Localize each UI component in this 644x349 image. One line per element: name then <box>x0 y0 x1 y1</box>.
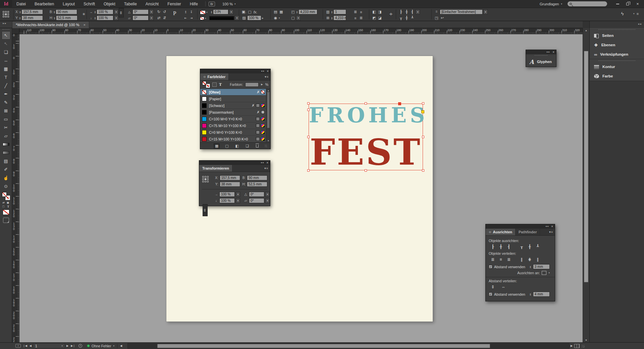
scale-y-dropdown[interactable]: ▼ <box>236 198 240 203</box>
free-transform-tool[interactable]: ▱ <box>2 132 10 140</box>
expand-icon[interactable]: ►► <box>546 51 550 53</box>
close-icon[interactable]: × <box>266 161 268 165</box>
distribute-center-h-button[interactable]: ⋕ <box>526 256 534 262</box>
shear-dropdown[interactable]: ▼ <box>149 15 154 20</box>
object-effects-icon[interactable]: ▣. <box>241 9 247 15</box>
paragraph-align-right-icon[interactable]: ≡ <box>353 15 358 21</box>
vertical-justify-full-icon[interactable]: ◪ <box>377 15 382 21</box>
corner-radius-field[interactable]: 4,233 mm <box>299 9 317 14</box>
align-center-h-button[interactable]: ╂ <box>404 9 409 15</box>
use-spacing-checkbox-1[interactable]: ✓ <box>489 265 492 269</box>
preflight-page-icon[interactable]: ! <box>15 344 21 348</box>
y-stepper[interactable]: ▲▼ <box>19 17 21 19</box>
frame-handle-top-center[interactable] <box>365 102 367 105</box>
tab-pathfinder[interactable]: Pathfinder <box>516 229 540 235</box>
close-icon[interactable]: × <box>552 50 554 54</box>
rotation-dropdown[interactable]: ▼ <box>265 192 270 197</box>
screen-mode-button[interactable] <box>3 218 9 223</box>
formatting-affects-text-button[interactable]: T <box>219 82 222 87</box>
scale-x-field[interactable]: 100 % <box>97 9 113 14</box>
panel-resize-grip[interactable] <box>265 144 267 147</box>
transform-scale-x-field[interactable]: 100 % <box>219 192 235 197</box>
scroll-up-icon[interactable]: ▲ <box>583 29 589 32</box>
wrap-object-button[interactable]: ◉ <box>273 15 278 21</box>
opacity-field[interactable]: 100 % <box>247 15 261 20</box>
swatch-row[interactable]: [Schwarz]✗ <box>200 102 270 109</box>
scale-x-stepper[interactable]: ▲▼ <box>94 11 96 13</box>
fill-proxy-icon[interactable] <box>202 81 206 85</box>
distribute-top-button[interactable]: ≣ <box>489 256 497 262</box>
tab-transformieren[interactable]: Transformieren <box>199 165 232 172</box>
content-collector-tool[interactable]: ▦ <box>2 65 10 73</box>
swatch-row[interactable]: [Papier] <box>200 96 270 102</box>
halign-right-button[interactable]: ⇥ <box>189 15 194 21</box>
formatting-affects-text-icon[interactable]: T <box>7 205 9 208</box>
constrain-scale-link-button[interactable]: ∞ <box>119 8 124 17</box>
hand-tool[interactable]: ☝ <box>2 174 10 182</box>
panel-menu-button[interactable]: ▾ ≡ <box>549 229 555 235</box>
menu-objekt[interactable]: Objekt <box>99 0 120 8</box>
x-field[interactable]: 157,5 mm <box>21 9 43 14</box>
scale-x-dropdown[interactable]: ▼ <box>236 192 240 197</box>
tint-slider[interactable] <box>245 82 259 87</box>
dock-item-verknüpfungen[interactable]: ∞Verknüpfungen <box>590 50 644 59</box>
stroke-color-swatch[interactable] <box>200 10 206 14</box>
panel-menu-button[interactable]: ▾ ≡ <box>264 165 270 172</box>
collapse-icon[interactable]: ◄◄ <box>261 70 264 72</box>
swatch-row[interactable]: [Passermarken]✗⊕ <box>200 109 270 116</box>
stroke-weight-field[interactable]: 0 Pt <box>213 9 228 14</box>
default-fill-stroke-icon[interactable]: ▣ <box>7 201 9 204</box>
transform-y-field[interactable]: 38 mm <box>220 182 240 187</box>
scroll-down-icon[interactable]: ▼ <box>583 339 589 341</box>
align-left-button[interactable]: ┠ <box>489 244 497 249</box>
glyphs-panel-button[interactable]: A Glyphen <box>526 57 556 67</box>
paragraph-align-left-icon[interactable]: ≣ <box>353 9 358 15</box>
menu-ansicht[interactable]: Ansicht <box>141 0 163 8</box>
corner-radius-stepper[interactable]: ▲▼ <box>296 11 298 13</box>
corner-shape-dropdown[interactable]: ▼ <box>296 15 301 20</box>
stroke-weight-dropdown[interactable]: ▼ <box>229 9 233 14</box>
close-button[interactable]: × <box>633 1 643 7</box>
distribute-v-space-button[interactable]: ⇕ <box>489 284 497 290</box>
align-bottom-button[interactable]: ┸ <box>534 244 542 249</box>
transform-reference-point[interactable] <box>202 176 209 182</box>
zoom-level-control[interactable]: 100 % ▾ <box>222 2 236 6</box>
scale-x-dropdown[interactable]: ▼ <box>114 9 118 14</box>
height-stepper[interactable]: ▲▼ <box>54 17 55 19</box>
constrain-dimensions-icon[interactable]: ✳ <box>81 11 86 17</box>
live-corner-handle[interactable] <box>421 110 424 113</box>
transform-width-field[interactable]: 90 mm <box>247 175 267 180</box>
width-stepper[interactable]: ▲▼ <box>53 11 55 13</box>
note-tool[interactable]: ▤ <box>2 157 10 165</box>
color-view-button[interactable]: ▢ <box>224 143 230 149</box>
direct-selection-tool[interactable]: ↖ <box>2 40 10 48</box>
horizontal-scroll-thumb[interactable] <box>157 344 490 348</box>
scissors-tool[interactable]: ✂ <box>2 123 10 132</box>
next-page-button[interactable]: ▶ <box>66 344 68 347</box>
frame-handle-top-right[interactable] <box>422 102 424 105</box>
eyedropper-tool[interactable]: ✐ <box>2 165 10 174</box>
ruler-origin-corner[interactable] <box>12 28 19 34</box>
gap-tool[interactable]: ↔ <box>2 56 10 65</box>
collapse-icon[interactable]: ◄◄ <box>545 225 548 227</box>
frame-handle-bottom-center[interactable] <box>365 169 367 172</box>
rotation-field[interactable]: 0° <box>132 9 149 14</box>
distribute-right-button[interactable]: ∥ <box>534 256 542 262</box>
frame-handle-middle-left[interactable] <box>307 136 310 138</box>
columns-stepper[interactable]: ▲▼ <box>331 11 333 13</box>
object-style-field[interactable]: [Einfacher Textrahmen] <box>440 9 483 14</box>
drop-shadow-icon[interactable]: ▢ <box>247 9 252 15</box>
use-spacing-checkbox-2[interactable]: ✓ <box>489 292 492 296</box>
clear-overrides-icon[interactable]: ◳ <box>434 15 439 21</box>
opacity-arrow[interactable]: ▶ <box>262 17 264 19</box>
collapse-icon[interactable]: ◄◄ <box>260 162 264 164</box>
workspace-switcher[interactable]: Grundlagen ▾ <box>540 2 562 6</box>
spacing-stepper-2[interactable]: ▲▼ <box>530 293 531 296</box>
zoom-tool[interactable]: ⊙ <box>2 182 10 190</box>
align-left-button[interactable]: ┠ <box>398 9 404 15</box>
rotate-cw-button[interactable]: ↻ <box>156 9 161 15</box>
menu-schrift[interactable]: Schrift <box>79 0 99 8</box>
menu-bearbeiten[interactable]: Bearbeiten <box>30 0 58 8</box>
align-right-button[interactable]: ┨ <box>505 244 513 249</box>
valign-bottom-button[interactable]: ↧ <box>189 9 194 15</box>
